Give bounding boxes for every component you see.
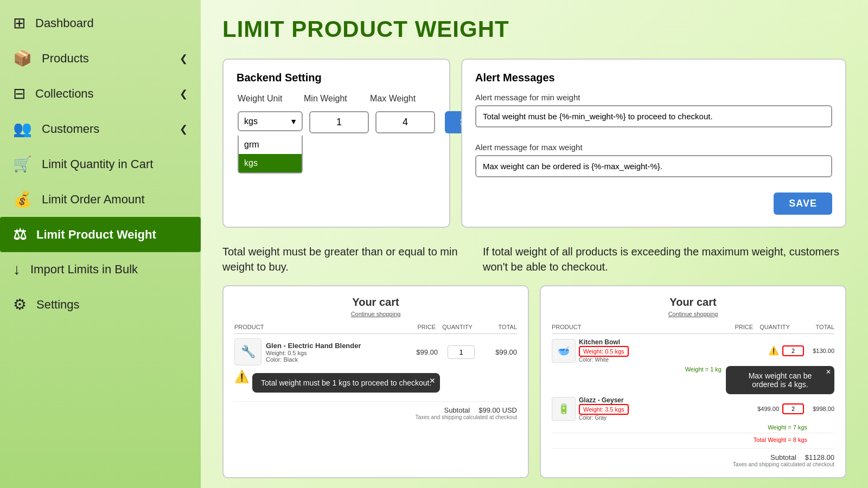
max-warning-popup: ✕ Max weight can be ordered is 4 kgs. bbox=[726, 366, 834, 394]
blender-image: 🔧 bbox=[234, 338, 261, 365]
geyser-badge: Weight: 3.5 kgs bbox=[579, 404, 629, 415]
preview-header-product: PRODUCT bbox=[234, 324, 392, 330]
warning-icon-bowl: ⚠️ bbox=[768, 345, 779, 356]
geyser-weight-label: Weight = 7 kgs bbox=[552, 424, 807, 431]
alert-save-button[interactable]: SAVE bbox=[774, 192, 832, 215]
kitchen-bowl-section: 🥣 Kitchen Bowl Weight: 0.5 kgs Color: Wh… bbox=[552, 338, 834, 394]
close-max-warning-button[interactable]: ✕ bbox=[826, 368, 831, 376]
preview-header-qty: QUANTITY bbox=[436, 324, 479, 330]
blender-name: Glen - Electric Hand Blender bbox=[266, 342, 395, 350]
subtotal-value: $99.00 USD bbox=[478, 406, 517, 414]
geyser-section: 🔋 Glazz - Geyser Weight: 3.5 kgs Color: … bbox=[552, 396, 834, 431]
min-alert-input[interactable] bbox=[475, 105, 832, 127]
blender-weight: Weight: 0.5 kgs bbox=[266, 350, 395, 356]
warning-text: Total weight must be 1 kgs to proceed to… bbox=[261, 378, 431, 387]
blender-color: Color: Black bbox=[266, 356, 395, 363]
right-subtotal-value: $1128.00 bbox=[805, 453, 834, 461]
kitchen-bowl-qty[interactable] bbox=[782, 345, 804, 356]
blender-qty-input[interactable] bbox=[448, 345, 475, 359]
total-weight-label: Total Weight = 8 kgs bbox=[552, 436, 807, 443]
preview-header-price: PRICE bbox=[392, 324, 436, 330]
close-warning-button[interactable]: ✕ bbox=[429, 376, 436, 385]
preview-row: Your cart Continue shopping PRODUCT PRIC… bbox=[222, 285, 846, 478]
bowl-weight-label: Weight = 1 kg bbox=[685, 366, 722, 373]
collections-icon: ⊟ bbox=[13, 85, 25, 102]
weight-unit-select[interactable]: kgs grm bbox=[238, 111, 303, 131]
sidebar-item-import[interactable]: ↓ Import Limits in Bulk bbox=[0, 252, 201, 287]
kitchen-bowl-qty-section: ⚠️ bbox=[768, 345, 804, 356]
min-weight-input[interactable] bbox=[309, 111, 369, 133]
blender-info: Glen - Electric Hand Blender Weight: 0.5… bbox=[266, 342, 395, 363]
geyser-info: Glazz - Geyser Weight: 3.5 kgs Color: Gr… bbox=[579, 396, 746, 421]
blender-total: $99.00 bbox=[484, 348, 517, 356]
sidebar-item-collections[interactable]: ⊟ Collections ❮ bbox=[0, 76, 201, 111]
limit-qty-icon: 🛒 bbox=[13, 155, 32, 173]
sidebar-label-customers: Customers bbox=[42, 122, 99, 136]
settings-icon: ⚙ bbox=[13, 296, 27, 313]
preview-left-product-row: 🔧 Glen - Electric Hand Blender Weight: 0… bbox=[234, 338, 517, 365]
sidebar-item-products[interactable]: 📦 Products ❮ bbox=[0, 41, 201, 76]
sidebar-item-settings[interactable]: ⚙ Settings bbox=[0, 287, 201, 322]
description-row: Total weight must be greater than or equ… bbox=[222, 244, 846, 274]
min-alert-label: Alert message for min weight bbox=[475, 93, 832, 102]
page-title: LIMIT PRODUCT WEIGHT bbox=[222, 16, 846, 42]
kitchen-bowl-row: 🥣 Kitchen Bowl Weight: 0.5 kgs Color: Wh… bbox=[552, 338, 834, 363]
sidebar-item-limit-qty[interactable]: 🛒 Limit Quantity in Cart bbox=[0, 146, 201, 182]
sidebar-label-products: Products bbox=[42, 52, 89, 66]
sidebar-item-dashboard[interactable]: ⊞ Dashboard bbox=[0, 5, 201, 41]
preview-right-continue: Continue shopping bbox=[552, 311, 834, 317]
taxes-text-left: Taxes and shipping calculated at checkou… bbox=[234, 414, 517, 420]
warning-icon: ⚠️ bbox=[234, 370, 249, 384]
sidebar-label-dashboard: Dashboard bbox=[35, 16, 94, 30]
cards-row: Backend Setting Weight Unit Min Weight M… bbox=[222, 59, 846, 228]
geyser-name: Glazz - Geyser bbox=[579, 396, 746, 404]
max-alert-label: Alert message for max weight bbox=[475, 143, 832, 152]
kitchen-bowl-image: 🥣 bbox=[552, 339, 576, 363]
kitchen-bowl-name: Kitchen Bowl bbox=[579, 338, 765, 346]
sidebar-label-import: Import Limits in Bulk bbox=[30, 262, 138, 277]
geyser-qty[interactable] bbox=[782, 403, 804, 414]
alert-messages-card: Alert Messages Alert message for min wei… bbox=[461, 59, 846, 228]
preview-card-left: Your cart Continue shopping PRODUCT PRIC… bbox=[222, 285, 529, 478]
alert-save-row: SAVE bbox=[475, 192, 832, 215]
chevron-products-icon: ❮ bbox=[180, 53, 188, 65]
max-weight-input[interactable] bbox=[375, 111, 435, 133]
bowl-warning-section: Weight = 1 kg ✕ Max weight can be ordere… bbox=[552, 366, 834, 394]
sidebar-label-settings: Settings bbox=[36, 298, 80, 312]
customers-icon: 👥 bbox=[13, 120, 32, 138]
limit-order-icon: 💰 bbox=[13, 190, 32, 208]
sidebar-label-limit-qty: Limit Quantity in Cart bbox=[42, 157, 153, 171]
dropdown-option-grm[interactable]: grm bbox=[239, 136, 302, 154]
sidebar-item-limit-order[interactable]: 💰 Limit Order Amount bbox=[0, 182, 201, 217]
preview-right-header-product: PRODUCT bbox=[552, 324, 710, 330]
sidebar-item-limit-weight[interactable]: ⚖ Limit Product Weight bbox=[0, 217, 201, 252]
right-subtotal-label: Subtotal bbox=[770, 453, 796, 461]
preview-right-header: PRODUCT PRICE QUANTITY TOTAL bbox=[552, 324, 834, 334]
max-warning-text: Max weight can be ordered is 4 kgs. bbox=[749, 371, 812, 389]
import-icon: ↓ bbox=[13, 261, 21, 278]
sidebar-label-collections: Collections bbox=[35, 87, 94, 101]
max-alert-input[interactable] bbox=[475, 155, 832, 177]
preview-card-right: Your cart Continue shopping PRODUCT PRIC… bbox=[540, 285, 846, 478]
preview-right-header-price: PRICE bbox=[710, 324, 753, 330]
preview-left-title: Your cart bbox=[234, 296, 517, 309]
kitchen-bowl-info: Kitchen Bowl Weight: 0.5 kgs Color: Whit… bbox=[579, 338, 765, 363]
max-weight-header: Max Weight bbox=[370, 94, 435, 108]
taxes-text-right: Taxes and shipping calculated at checkou… bbox=[552, 461, 834, 467]
geyser-total: $998.00 bbox=[807, 406, 834, 412]
preview-right-header-total: TOTAL bbox=[796, 324, 834, 330]
chevron-customers-icon: ❮ bbox=[180, 123, 188, 135]
dropdown-option-kgs[interactable]: kgs bbox=[239, 154, 302, 172]
preview-header-total: TOTAL bbox=[479, 324, 517, 330]
limit-weight-icon: ⚖ bbox=[13, 226, 27, 243]
kitchen-bowl-color: Color: White bbox=[579, 357, 765, 363]
subtotal-label: Subtotal bbox=[444, 406, 470, 414]
geyser-row: 🔋 Glazz - Geyser Weight: 3.5 kgs Color: … bbox=[552, 396, 834, 421]
warning-popup-left: ✕ Total weight must be 1 kgs to proceed … bbox=[252, 373, 440, 393]
sidebar-item-customers[interactable]: 👥 Customers ❮ bbox=[0, 111, 201, 146]
desc-left-text: Total weight must be greater than or equ… bbox=[222, 244, 472, 274]
weight-unit-header: Weight Unit bbox=[238, 94, 303, 108]
main-content: LIMIT PRODUCT WEIGHT Backend Setting Wei… bbox=[201, 0, 868, 488]
right-subtotal-row: Subtotal $1128.00 bbox=[552, 448, 834, 461]
alert-card-title: Alert Messages bbox=[475, 72, 832, 84]
